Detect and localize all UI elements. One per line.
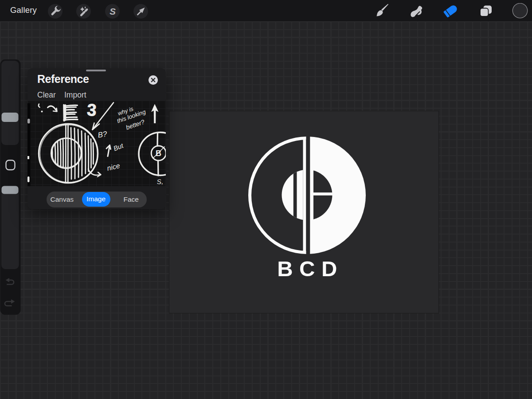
svg-text:nice: nice (106, 162, 121, 172)
svg-text:B: B (156, 149, 161, 158)
svg-text:BCD: BCD (277, 257, 344, 281)
svg-text:S: S (110, 6, 116, 16)
svg-text:B?: B? (97, 130, 108, 140)
svg-text:S,: S, (156, 177, 164, 185)
svg-text:3: 3 (86, 101, 97, 120)
svg-text:But: But (112, 141, 125, 153)
